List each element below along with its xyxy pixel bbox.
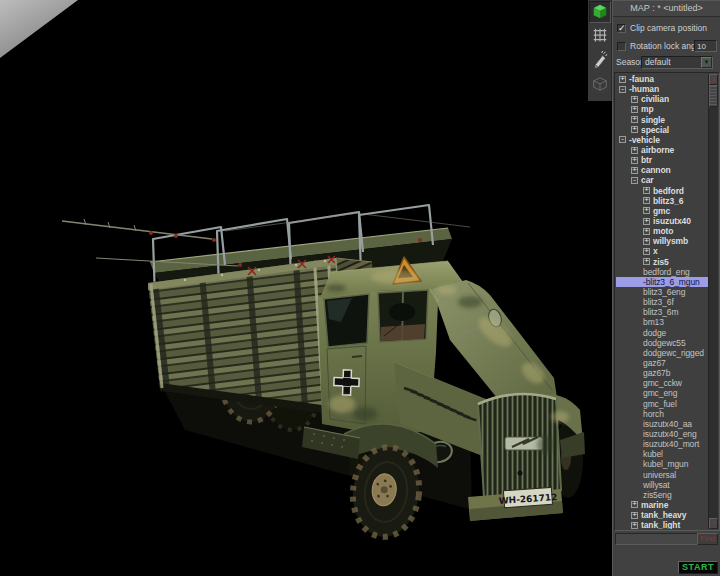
tree-item[interactable]: +-fauna — [616, 74, 708, 84]
expand-icon[interactable]: + — [643, 207, 650, 214]
tree-item[interactable]: +mp — [616, 104, 708, 114]
tree-item-label: gmc_cckw — [643, 378, 682, 388]
rotation-angle-input[interactable] — [694, 40, 717, 52]
object-mode-button[interactable] — [589, 1, 611, 23]
expand-icon[interactable]: + — [643, 248, 650, 255]
expand-icon[interactable]: + — [643, 238, 650, 245]
tree-item[interactable]: -car — [616, 175, 708, 185]
tree-item[interactable]: +x — [616, 246, 708, 256]
tree-item-label: -vehicle — [629, 135, 660, 145]
tree-item[interactable]: +marine — [616, 500, 708, 510]
grid-mode-button[interactable] — [589, 25, 611, 47]
expand-icon[interactable]: + — [631, 96, 638, 103]
tree-item-label: gaz67 — [643, 358, 666, 368]
wireframe-mode-button[interactable] — [589, 73, 611, 95]
expand-icon[interactable]: + — [631, 512, 638, 519]
tree-item-label: special — [641, 125, 669, 135]
clip-camera-label: Clip camera position — [630, 23, 707, 33]
tree-item[interactable]: gaz67 — [616, 358, 708, 368]
tree-item-label: airborne — [641, 145, 674, 155]
expand-icon[interactable]: + — [631, 126, 638, 133]
expand-icon[interactable]: + — [631, 106, 638, 113]
tree-item[interactable]: +blitz3_6 — [616, 196, 708, 206]
expand-icon[interactable]: + — [631, 116, 638, 123]
expand-icon[interactable]: + — [631, 167, 638, 174]
tree-item[interactable]: +special — [616, 125, 708, 135]
find-input[interactable] — [615, 533, 698, 545]
tree-item-label: universal — [643, 470, 676, 480]
tree-scrollbar[interactable]: ▲ ▼ — [708, 74, 718, 529]
tree-item[interactable]: +airborne — [616, 145, 708, 155]
tree-item[interactable]: zis5eng — [616, 490, 708, 500]
expand-icon[interactable]: + — [643, 228, 650, 235]
tree-item[interactable]: blitz3_6eng — [616, 287, 708, 297]
scrollbar-thumb[interactable] — [709, 85, 718, 107]
tree-item[interactable]: +isuzutx40 — [616, 216, 708, 226]
chevron-down-icon[interactable]: ▼ — [701, 57, 712, 68]
tree-item[interactable]: --human — [616, 84, 708, 94]
tree-item[interactable]: gmc_cckw — [616, 378, 708, 388]
tree-item[interactable]: +willysmb — [616, 236, 708, 246]
tree-item[interactable]: +cannon — [616, 165, 708, 175]
tree-item[interactable]: gmc_fuel — [616, 399, 708, 409]
tree-item[interactable]: dodgewc55 — [616, 338, 708, 348]
tree-item[interactable]: willysat — [616, 480, 708, 490]
expand-icon[interactable]: + — [643, 218, 650, 225]
truck-model[interactable]: WH-261712 — [62, 205, 585, 540]
expand-icon[interactable]: + — [631, 147, 638, 154]
tree-item[interactable]: blitz3_6m — [616, 307, 708, 317]
tree-item-label: cannon — [641, 165, 671, 175]
tree-item[interactable]: bm13 — [616, 317, 708, 327]
tree-item[interactable]: universal — [616, 469, 708, 479]
viewport-canvas: WH-261712 — [0, 0, 588, 576]
tree-item[interactable]: +civilian — [616, 94, 708, 104]
tree-item-label: mp — [641, 104, 654, 114]
expand-icon[interactable]: + — [643, 258, 650, 265]
tree-item[interactable]: +zis5 — [616, 257, 708, 267]
start-button[interactable]: START — [678, 561, 718, 574]
tree-item[interactable]: +tank_heavy — [616, 510, 708, 520]
tree-item[interactable]: isuzutx40_aa — [616, 419, 708, 429]
tree-rows: +-fauna--human+civilian+mp+single+specia… — [616, 74, 708, 529]
tree-item[interactable]: kubel_mgun — [616, 459, 708, 469]
tree-item-label: isuzutx40_eng — [643, 429, 697, 439]
tree-item[interactable]: kubel — [616, 449, 708, 459]
tree-item[interactable]: isuzutx40_mort — [616, 439, 708, 449]
tree-item[interactable]: bedford_eng — [616, 267, 708, 277]
tree-item[interactable]: +single — [616, 115, 708, 125]
tree-item[interactable]: horch — [616, 409, 708, 419]
collapse-icon[interactable]: - — [619, 136, 626, 143]
tree-item[interactable]: isuzutx40_eng — [616, 429, 708, 439]
expand-icon[interactable]: + — [643, 187, 650, 194]
tree-item[interactable]: blitz3_6f — [616, 297, 708, 307]
tree-item[interactable]: +moto — [616, 226, 708, 236]
tree-item[interactable]: --vehicle — [616, 135, 708, 145]
clip-camera-checkbox[interactable]: ✓ — [617, 24, 626, 33]
expand-icon[interactable]: + — [631, 522, 638, 529]
expand-icon[interactable]: + — [643, 197, 650, 204]
expand-icon[interactable]: + — [631, 501, 638, 508]
tree-item[interactable]: dodgewc_rigged — [616, 348, 708, 358]
rotation-lock-checkbox[interactable] — [617, 42, 626, 51]
tree-item-label: zis5 — [653, 257, 669, 267]
season-dropdown[interactable]: default ▼ — [641, 56, 713, 69]
tree-item[interactable]: +gmc — [616, 206, 708, 216]
expand-icon[interactable]: + — [619, 76, 626, 83]
tree-item[interactable]: dodge — [616, 328, 708, 338]
tree-item[interactable]: -blitz3_6_mgun — [616, 277, 708, 287]
tree-item[interactable]: +bedford — [616, 186, 708, 196]
expand-icon[interactable]: + — [631, 157, 638, 164]
season-value: default — [645, 57, 671, 68]
draw-mode-button[interactable] — [589, 49, 611, 71]
find-button[interactable]: Find — [697, 533, 718, 545]
tree-item[interactable]: +btr — [616, 155, 708, 165]
viewport-3d[interactable]: WH-261712 — [0, 0, 588, 576]
scroll-up-icon[interactable]: ▲ — [709, 74, 718, 85]
tree-item-label: tank_heavy — [641, 510, 686, 520]
tree-item[interactable]: +tank_light — [616, 520, 708, 529]
scroll-down-icon[interactable]: ▼ — [709, 518, 718, 529]
collapse-icon[interactable]: - — [619, 86, 626, 93]
collapse-icon[interactable]: - — [631, 177, 638, 184]
tree-item[interactable]: gmc_eng — [616, 388, 708, 398]
tree-item[interactable]: gaz67b — [616, 368, 708, 378]
